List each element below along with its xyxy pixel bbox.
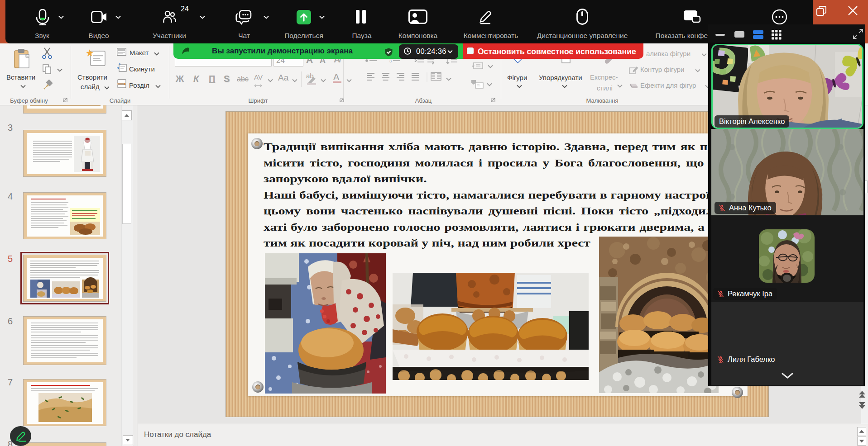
- svg-text:3: 3: [389, 59, 392, 63]
